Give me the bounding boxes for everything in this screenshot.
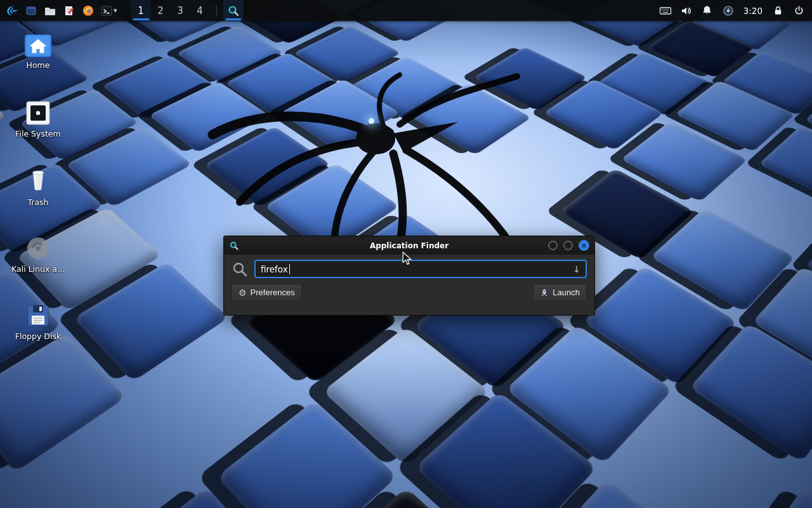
wallpaper-cube	[738, 487, 812, 508]
titlebar[interactable]: Application Finder ×	[224, 236, 594, 255]
screen-lock-icon[interactable]	[769, 0, 786, 21]
panel-right: 3:20	[657, 0, 812, 21]
preferences-label: Preferences	[251, 288, 295, 297]
panel-separator	[216, 5, 217, 17]
text-caret	[289, 264, 291, 274]
workspace-2[interactable]: 2	[151, 0, 171, 21]
volume-icon[interactable]	[678, 0, 695, 21]
kali-disk-icon	[25, 236, 51, 261]
terminal-icon	[100, 4, 113, 17]
workspace-4[interactable]: 4	[190, 0, 210, 21]
desktop-icon-label: Home	[27, 60, 50, 70]
desktop-icon-label: Floppy Disk	[15, 331, 61, 341]
launch-icon	[540, 288, 549, 297]
wallpaper-glow-dot	[369, 118, 374, 124]
desktop-icon-home[interactable]: Home	[9, 34, 67, 70]
desktop-icon-floppy-disk[interactable]: Floppy Disk	[9, 303, 67, 341]
firefox-icon[interactable]	[79, 0, 98, 21]
desktop-icon-trash[interactable]: Trash	[9, 168, 67, 207]
notifications-bell-icon[interactable]	[699, 0, 716, 21]
text-editor-icon[interactable]	[60, 0, 79, 21]
launch-button[interactable]: Launch	[533, 284, 587, 301]
workspace-1[interactable]: 1	[131, 0, 151, 21]
desktop-icon-label: Kali Linux a...	[11, 264, 65, 274]
file-system-icon	[25, 100, 51, 126]
workspace-1-label: 1	[138, 5, 144, 17]
terminal-launcher[interactable]: ▾	[98, 0, 120, 21]
status-circle-icon[interactable]	[720, 0, 737, 21]
wallpaper-cube	[0, 491, 75, 508]
clock[interactable]: 3:20	[741, 6, 765, 16]
application-finder-window: Application Finder × firefox ↓ ⚙ Prefere…	[223, 236, 595, 316]
workspace-3[interactable]: 3	[171, 0, 190, 21]
button-row: ⚙ Preferences Launch	[232, 284, 587, 301]
preferences-button[interactable]: ⚙ Preferences	[232, 284, 302, 301]
search-icon	[232, 261, 248, 277]
window-icon[interactable]	[22, 0, 41, 21]
home-icon	[25, 34, 51, 57]
window-title: Application Finder	[224, 241, 594, 250]
search-input-value: firefox	[261, 264, 288, 274]
search-input[interactable]: firefox ↓	[254, 260, 587, 278]
desktop-icon-file-system[interactable]: File System	[9, 100, 67, 138]
floppy-disk-icon	[25, 303, 51, 328]
desktop-icon-label: Trash	[27, 197, 48, 207]
panel-left: ▾ 1 2 3 4	[0, 0, 244, 21]
chevron-down-icon: ▾	[114, 6, 117, 15]
desktop-icon-kali-linux[interactable]: Kali Linux a...	[9, 236, 67, 274]
workspace-2-label: 2	[157, 5, 164, 17]
workspace-4-label: 4	[197, 5, 203, 17]
file-manager-icon[interactable]	[41, 0, 60, 21]
trash-icon	[25, 168, 51, 194]
logout-icon[interactable]	[790, 0, 807, 21]
taskbar-app-finder[interactable]	[223, 0, 244, 21]
dropdown-arrow-icon[interactable]: ↓	[573, 264, 580, 274]
maximize-button[interactable]	[563, 241, 573, 250]
dialog-body: firefox ↓ ⚙ Preferences Launch	[224, 255, 594, 315]
close-button[interactable]: ×	[579, 240, 589, 251]
window-buttons: ×	[548, 240, 589, 251]
search-row: firefox ↓	[232, 260, 587, 278]
keyboard-icon[interactable]	[657, 0, 674, 21]
top-panel: ▾ 1 2 3 4	[0, 0, 812, 21]
app-finder-window-icon	[229, 241, 239, 251]
app-finder-icon	[227, 4, 240, 17]
minimize-button[interactable]	[548, 241, 558, 250]
workspace-3-label: 3	[177, 5, 183, 17]
launch-label: Launch	[553, 288, 580, 297]
desktop-icon-label: File System	[15, 129, 61, 138]
gear-icon: ⚙	[239, 288, 247, 297]
kali-menu-icon[interactable]	[3, 0, 22, 21]
workspace-switcher: 1 2 3 4	[131, 0, 210, 21]
